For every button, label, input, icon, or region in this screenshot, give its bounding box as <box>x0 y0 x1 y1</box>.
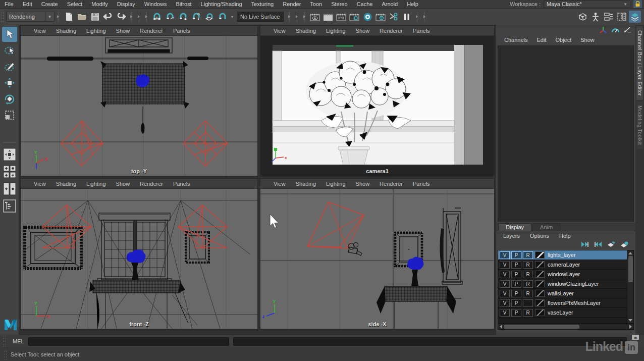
viewport-menu-shading[interactable]: Shading <box>291 181 321 187</box>
layer-row-lights_layer[interactable]: VPRlights_layer <box>498 250 627 260</box>
layer-p-toggle[interactable]: P <box>511 309 521 317</box>
viewport-menu-view[interactable]: View <box>29 28 51 34</box>
viewport-menu-show[interactable]: Show <box>111 28 135 34</box>
menu-arnold[interactable]: Arnold <box>377 1 402 7</box>
menu-modify[interactable]: Modify <box>87 1 112 7</box>
scroll-thumb[interactable] <box>504 325 579 329</box>
scroll-thumb[interactable] <box>628 256 633 282</box>
layer-name[interactable]: vaseLayer <box>548 310 573 316</box>
layer-v-toggle[interactable]: V <box>500 271 510 278</box>
viewport-menu-panels[interactable]: Panels <box>168 181 195 187</box>
layer-p-toggle[interactable]: P <box>511 290 521 297</box>
layer-row-windowGlazingLayer[interactable]: VPRwindowGlazingLayer <box>498 279 627 289</box>
viewport-top[interactable]: ViewShadingLightingShowRendererPanels <box>20 25 258 177</box>
layer-row-wallsLayer[interactable]: VPRwallsLayer <box>498 289 627 298</box>
command-output[interactable] <box>233 337 627 346</box>
rotate-tool[interactable] <box>2 91 17 107</box>
viewport-camera1-canvas[interactable]: x camera1 <box>260 36 494 176</box>
menu-texturing[interactable]: Texturing <box>247 1 279 7</box>
layer-color-swatch[interactable] <box>535 251 545 259</box>
snap-to-point-icon[interactable] <box>177 11 189 23</box>
mel-input[interactable] <box>28 337 229 346</box>
mel-label[interactable]: MEL <box>13 338 24 344</box>
layout-outliner-pane[interactable] <box>2 198 17 214</box>
layer-color-swatch[interactable] <box>535 309 545 316</box>
layer-row-windowLayer[interactable]: VPRwindowLayer <box>498 270 627 279</box>
viewport-side[interactable]: ViewShadingLightingShowRendererPanels <box>260 178 495 330</box>
channel-box-toggle-icon[interactable] <box>629 11 641 23</box>
layer-r-toggle[interactable]: R <box>523 271 533 278</box>
attribute-editor-toggle-icon[interactable] <box>603 11 615 23</box>
layer-p-toggle[interactable]: P <box>511 299 521 307</box>
ipr-render-icon[interactable]: IPR <box>335 11 347 23</box>
viewport-top-canvas[interactable]: Y X top -Y <box>21 36 257 176</box>
toolbar-grip[interactable] <box>1 10 5 23</box>
viewport-menu-renderer[interactable]: Renderer <box>374 181 408 187</box>
axis-orientation-icon[interactable] <box>599 26 607 35</box>
layout-two-pane[interactable] <box>2 181 17 196</box>
save-scene-icon[interactable] <box>89 11 101 23</box>
sidebar-tab-modeling-toolkit[interactable]: Modeling Toolkit <box>636 101 643 149</box>
viewport-menu-view[interactable]: View <box>29 181 51 187</box>
undo-icon[interactable] <box>102 11 114 23</box>
new-scene-icon[interactable] <box>63 11 75 23</box>
toolbar-separator[interactable] <box>129 11 134 23</box>
create-layer-from-selected-icon[interactable] <box>620 241 628 249</box>
layer-color-swatch[interactable] <box>535 299 545 306</box>
menu-bifrost[interactable]: Bifrost <box>171 1 196 7</box>
snap-to-grid-icon[interactable] <box>151 11 163 23</box>
layer-name[interactable]: flowersPfxMeshLayer <box>548 300 601 306</box>
viewport-menu-lighting[interactable]: Lighting <box>321 28 351 34</box>
viewport-menu-shading[interactable]: Shading <box>51 181 81 187</box>
layer-list-horizontal-scrollbar[interactable] <box>498 324 634 330</box>
toolbar-separator[interactable] <box>56 11 61 23</box>
sidebar-tab-channel-box-layer-editor[interactable]: Channel Box / Layer Editor <box>636 26 643 100</box>
viewport-menu-panels[interactable]: Panels <box>408 28 435 34</box>
create-empty-layer-icon[interactable] <box>607 241 615 249</box>
menu-set-arrow[interactable]: ▼ <box>45 12 55 22</box>
viewport-menu-renderer[interactable]: Renderer <box>135 181 168 187</box>
toolbar-separator[interactable] <box>302 11 307 23</box>
layer-v-toggle[interactable]: V <box>500 299 510 307</box>
layer-name[interactable]: windowGlazingLayer <box>548 281 599 287</box>
open-render-view-icon[interactable] <box>309 11 321 23</box>
character-controls-icon[interactable] <box>589 11 602 23</box>
layer-editor-tab-anim[interactable]: Anim <box>532 223 560 231</box>
menu-toon[interactable]: Toon <box>305 1 327 7</box>
edit-curve-icon[interactable] <box>623 26 631 35</box>
open-scene-icon[interactable] <box>76 11 88 23</box>
move-layer-up-icon[interactable] <box>581 241 589 248</box>
layer-name[interactable]: lights_layer <box>548 252 576 258</box>
viewport-menu-show[interactable]: Show <box>351 28 375 34</box>
layer-v-toggle[interactable]: V <box>500 309 510 317</box>
layer-color-swatch[interactable] <box>535 280 545 287</box>
layer-color-swatch[interactable] <box>535 271 545 278</box>
layer-r-toggle[interactable]: R <box>523 290 533 297</box>
hypershade-icon[interactable] <box>361 11 373 23</box>
menu-set-selector[interactable]: Rendering <box>6 12 45 22</box>
toolbar-separator[interactable] <box>295 11 299 23</box>
layer-v-toggle[interactable]: V <box>500 251 510 259</box>
tool-settings-toggle-icon[interactable] <box>616 11 628 23</box>
viewport-side-canvas[interactable]: Y z side -X <box>260 189 494 329</box>
viewport-front-canvas[interactable]: Y X front -Z <box>21 189 257 329</box>
channel-box-menu-edit[interactable]: Edit <box>532 37 550 43</box>
viewport-menu-view[interactable]: View <box>269 181 291 187</box>
command-line-grip[interactable] <box>3 336 7 346</box>
layer-color-swatch[interactable] <box>535 290 545 297</box>
viewport-menu-lighting[interactable]: Lighting <box>321 181 351 187</box>
layer-v-toggle[interactable]: V <box>500 280 510 288</box>
pause-viewport-icon[interactable] <box>401 11 413 23</box>
snap-to-projected-center-icon[interactable] <box>190 11 202 23</box>
layer-r-toggle[interactable] <box>523 299 533 307</box>
layer-editor-menu-layers[interactable]: Layers <box>498 233 525 239</box>
viewport-menu-shading[interactable]: Shading <box>291 28 321 34</box>
move-tool[interactable] <box>2 75 17 90</box>
layout-four-pane[interactable] <box>2 164 17 179</box>
toolbar-separator[interactable] <box>415 11 419 23</box>
toolbar-separator[interactable] <box>137 11 141 23</box>
scroll-up-arrow[interactable] <box>628 252 632 254</box>
workspace-lock-icon[interactable] <box>633 0 642 8</box>
layer-p-toggle[interactable]: P <box>511 251 521 259</box>
speed-gauge-icon[interactable] <box>611 26 619 35</box>
